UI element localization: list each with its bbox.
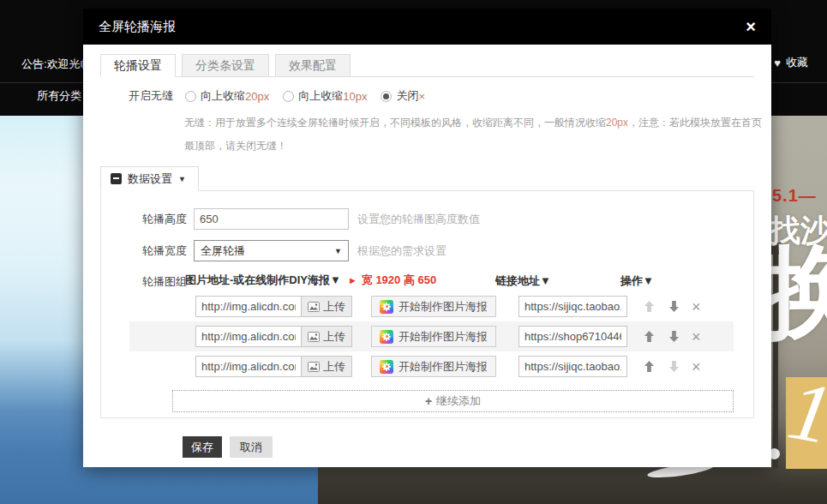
radio-shrink-10px[interactable]: 向上收缩 10px (283, 88, 367, 104)
help-line-2: 最顶部，请关闭无缝！ (184, 135, 765, 158)
move-up-icon[interactable] (643, 330, 656, 343)
diy-poster-button[interactable]: 开始制作图片海报 (371, 356, 496, 377)
help-text-px: 20px (606, 117, 628, 129)
delete-row-icon[interactable]: × (692, 299, 701, 315)
radio-icon-checked[interactable] (381, 91, 392, 102)
tab-category-bar-settings[interactable]: 分类条设置 (182, 54, 269, 77)
nav-all-categories[interactable]: 所有分类 (37, 88, 81, 104)
banner-gold-box: 1 (786, 377, 827, 469)
diy-label: 开始制作图片海报 (399, 359, 488, 375)
move-up-icon[interactable] (643, 360, 656, 373)
tab-effect-config[interactable]: 效果配置 (275, 54, 351, 77)
delete-row-icon[interactable]: × (692, 359, 701, 375)
dialog-body: 轮播设置 分类条设置 效果配置 开启无缝 向上收缩 20px 向上收缩 10px… (83, 45, 771, 458)
diy-poster-button[interactable]: 开始制作图片海报 (371, 326, 496, 347)
arrow-right-icon: ► (348, 275, 357, 285)
radio-label-suffix: 10px (343, 90, 367, 103)
radio-label-suffix: × (418, 90, 425, 103)
gear-icon (380, 360, 393, 374)
banner-big-character: 换 (763, 234, 827, 363)
delete-row-icon[interactable]: × (692, 329, 701, 345)
gear-icon (380, 300, 393, 314)
move-down-icon[interactable] (668, 360, 680, 373)
help-text-a: 无缝：用于放置多个连续全屏轮播时候开启，不同模板的风格，收缩距离不同，一般情况收… (184, 117, 606, 129)
section-title: 数据设置 (128, 171, 172, 187)
radio-label: 关闭 (396, 88, 418, 104)
group-header-row: 图片地址-或在线制作DIY海报▼ ► 宽 1920 高 650 链接地址▼ 操作… (185, 273, 753, 288)
carousel-image-group: 轮播图组 图片地址-或在线制作DIY海报▼ ► 宽 1920 高 650 链接地… (101, 273, 753, 412)
image-column-header[interactable]: 图片地址-或在线制作DIY海报▼ (185, 273, 341, 288)
tab-carousel-settings[interactable]: 轮播设置 (100, 54, 176, 77)
close-icon[interactable]: × (746, 18, 756, 35)
diy-poster-button[interactable]: 开始制作图片海报 (371, 296, 496, 317)
carousel-row-1: 上传 开始制作图片海报 × (129, 291, 734, 321)
plus-icon: + (425, 394, 432, 408)
move-up-icon[interactable] (643, 300, 656, 313)
link-url-input[interactable] (518, 296, 627, 317)
move-down-icon[interactable] (668, 300, 680, 313)
link-url-input[interactable] (518, 326, 627, 347)
size-requirement-note: 宽 1920 高 650 (362, 273, 436, 288)
group-label: 轮播图组 (101, 274, 187, 290)
add-more-button[interactable]: + 继续添加 (172, 390, 734, 412)
image-url-input[interactable] (195, 296, 302, 317)
link-url-input[interactable] (518, 356, 627, 377)
height-input[interactable] (194, 208, 349, 230)
radio-icon[interactable] (283, 91, 294, 102)
upload-button[interactable]: 上传 (302, 296, 352, 317)
chevron-down-icon: ▼ (334, 247, 342, 255)
radio-label: 向上收缩 (298, 88, 343, 104)
seamless-help-text: 无缝：用于放置多个连续全屏轮播时候开启，不同模板的风格，收缩距离不同，一般情况收… (184, 111, 765, 158)
action-column-header[interactable]: 操作▼ (620, 273, 654, 289)
upload-button[interactable]: 上传 (302, 326, 352, 347)
group-rows: 上传 开始制作图片海报 × (101, 291, 753, 381)
help-line-1: 无缝：用于放置多个连续全屏轮播时候开启，不同模板的风格，收缩距离不同，一般情况收… (184, 111, 765, 135)
width-hint: 根据您的需求设置 (357, 243, 446, 259)
picture-icon (308, 362, 320, 372)
dialog-title: 全屏轮播海报 (99, 19, 176, 35)
dialog-titlebar: 全屏轮播海报 × (83, 9, 771, 45)
radio-shrink-20px[interactable]: 向上收缩 20px (185, 88, 269, 104)
upload-button[interactable]: 上传 (302, 356, 352, 377)
seamless-option-row: 开启无缝 向上收缩 20px 向上收缩 10px 关闭 × (129, 88, 754, 104)
carousel-width-row: 轮播宽度 全屏轮播 ▼ 根据您的需求设置 (101, 240, 753, 261)
image-url-input[interactable] (195, 326, 302, 347)
radio-close-seamless[interactable]: 关闭 × (381, 88, 425, 104)
help-text-b: ，注意：若此模块放置在首页 (628, 117, 762, 129)
width-label: 轮播宽度 (101, 243, 187, 259)
add-more-label: 继续添加 (436, 393, 481, 409)
picture-icon (308, 332, 320, 342)
carousel-settings-dialog: 全屏轮播海报 × 轮播设置 分类条设置 效果配置 开启无缝 向上收缩 20px … (83, 9, 771, 467)
carousel-height-row: 轮播高度 设置您的轮播图高度数值 (101, 208, 753, 230)
collapse-minus-icon[interactable] (111, 173, 122, 184)
move-down-icon[interactable] (668, 330, 680, 343)
carousel-row-2: 上传 开始制作图片海报 × (129, 321, 734, 351)
diy-label: 开始制作图片海报 (399, 299, 488, 315)
link-column-header[interactable]: 链接地址▼ (495, 273, 551, 289)
radio-label: 向上收缩 (201, 88, 245, 104)
banner-script-glyph: 1 (786, 377, 827, 458)
gear-icon (380, 330, 393, 344)
favorite-link[interactable]: ♥ 收藏 (774, 55, 808, 70)
data-settings-panel: 轮播高度 设置您的轮播图高度数值 轮播宽度 全屏轮播 ▼ 根据您的需求设置 轮播… (100, 190, 754, 418)
dialog-footer: 保存 取消 (183, 436, 754, 458)
radio-icon[interactable] (185, 91, 196, 102)
diy-label: 开始制作图片海报 (399, 329, 488, 345)
banner-sale-tag: 5.1— (772, 186, 817, 206)
announcement-text: 公告:欢迎光临 (21, 57, 86, 72)
cancel-button[interactable]: 取消 (230, 436, 273, 458)
picture-icon (308, 302, 320, 312)
chevron-down-icon: ▼ (178, 175, 186, 183)
carousel-row-3: 上传 开始制作图片海报 × (129, 351, 734, 381)
upload-label: 上传 (323, 329, 345, 345)
upload-label: 上传 (323, 359, 345, 375)
height-hint: 设置您的轮播图高度数值 (357, 212, 480, 227)
height-label: 轮播高度 (101, 212, 187, 227)
save-button[interactable]: 保存 (183, 436, 222, 458)
favorite-label: 收藏 (786, 55, 808, 70)
width-select-value: 全屏轮播 (201, 243, 245, 259)
seamless-label: 开启无缝 (129, 88, 173, 104)
image-url-input[interactable] (195, 356, 302, 377)
data-settings-section-toggle[interactable]: 数据设置 ▼ (100, 166, 199, 191)
width-select[interactable]: 全屏轮播 ▼ (194, 240, 349, 261)
